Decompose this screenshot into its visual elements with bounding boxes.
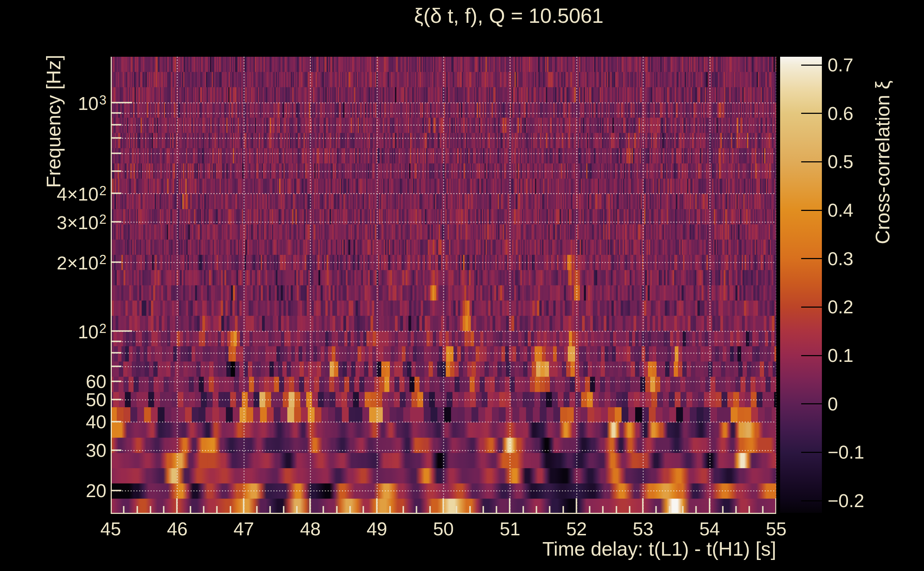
colorbar-tick-label: 0.3 xyxy=(828,248,853,269)
x-tick-label: 52 xyxy=(566,518,587,540)
x-axis-title: Time delay: t(L1) - t(H1) [s] xyxy=(542,537,776,560)
colorbar-tick xyxy=(801,65,822,66)
colorbar-tick-label: 0.7 xyxy=(828,54,853,76)
colorbar xyxy=(780,57,822,513)
x-tick-label: 50 xyxy=(433,518,454,540)
y-tick-label: 40 xyxy=(31,411,107,432)
x-tick-label: 51 xyxy=(499,518,520,540)
y-tick-label: 30 xyxy=(31,440,107,461)
heatmap-canvas xyxy=(111,57,776,514)
colorbar-tick-label: 0.6 xyxy=(828,103,853,124)
x-tick-label: 45 xyxy=(100,518,121,540)
colorbar-tick-label: −0.2 xyxy=(828,490,864,511)
colorbar-tick xyxy=(801,500,822,502)
colorbar-tick xyxy=(801,113,822,114)
x-tick-label: 49 xyxy=(367,518,387,540)
x-tick-label: 46 xyxy=(167,518,187,540)
y-tick-label: 102 xyxy=(31,320,107,342)
colorbar-tick xyxy=(801,307,822,308)
y-tick-label: 103 xyxy=(31,91,107,114)
y-tick-label: 2×102 xyxy=(31,251,107,273)
colorbar-tick-label: 0 xyxy=(828,393,838,415)
x-tick-label: 47 xyxy=(233,518,254,540)
colorbar-tick-label: 0.1 xyxy=(828,345,853,366)
colorbar-tick xyxy=(801,258,822,259)
colorbar-tick xyxy=(801,161,822,162)
colorbar-tick xyxy=(801,452,822,453)
x-tick-label: 53 xyxy=(633,518,654,540)
page-title: ξ(δ t, f), Q = 10.5061 xyxy=(414,3,604,28)
colorbar-title: Cross-correlation ξ xyxy=(871,81,894,244)
colorbar-tick-label: 0.2 xyxy=(828,296,853,318)
colorbar-tick-label: −0.1 xyxy=(828,441,864,463)
colorbar-tick xyxy=(801,403,822,404)
colorbar-tick xyxy=(801,355,822,356)
y-tick-label: 20 xyxy=(31,480,107,502)
y-tick-label: 4×102 xyxy=(31,182,107,205)
x-tick-label: 54 xyxy=(700,518,720,540)
x-tick-label: 55 xyxy=(766,518,786,540)
colorbar-tick-label: 0.5 xyxy=(828,151,853,172)
y-axis-title: Frequency [Hz] xyxy=(42,55,65,188)
y-tick-label: 50 xyxy=(31,389,107,411)
colorbar-tick xyxy=(801,210,822,211)
y-tick-label: 3×102 xyxy=(31,211,107,233)
x-tick-label: 48 xyxy=(300,518,321,540)
colorbar-tick-label: 0.4 xyxy=(828,199,853,221)
qscan-figure: ξ(δ t, f), Q = 10.5061 Frequency [Hz] 10… xyxy=(0,0,924,571)
